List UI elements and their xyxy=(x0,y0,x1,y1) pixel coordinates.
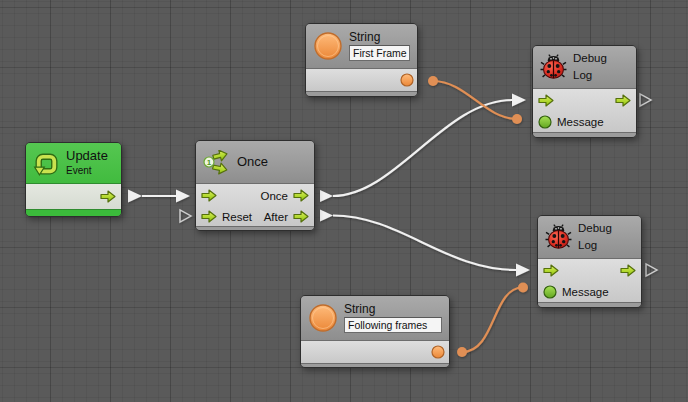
debug-log-bottom-body: Message xyxy=(538,259,641,302)
unconnected-port-debug-top-out[interactable] xyxy=(640,94,651,106)
reset-input-port-icon[interactable] xyxy=(201,210,217,223)
wire-arrowhead-once-in[interactable] xyxy=(176,190,190,203)
debug-bottom-message-label: Message xyxy=(562,286,609,298)
node-string-first[interactable]: String First Frame xyxy=(305,23,418,97)
string-first-footer xyxy=(306,91,417,96)
string-following-output-port-icon[interactable] xyxy=(431,345,445,359)
flow-out-marker-update[interactable] xyxy=(128,190,142,203)
debug-log-top-title-line2: Log xyxy=(573,68,629,84)
update-event-title: Update xyxy=(66,149,114,163)
string-first-output-port-icon[interactable] xyxy=(400,73,414,87)
update-event-footer xyxy=(26,209,121,216)
debug-top-message-label: Message xyxy=(557,116,604,128)
once-header[interactable]: 1 Once xyxy=(196,141,314,184)
debug-top-flow-input-icon[interactable] xyxy=(538,94,554,107)
reset-label: Reset xyxy=(222,211,252,223)
flow-output-port-icon[interactable] xyxy=(100,190,116,203)
value-out-marker-string-first[interactable] xyxy=(428,76,438,86)
once-footer xyxy=(196,226,314,230)
wire-arrowhead-debug-bottom-in[interactable] xyxy=(516,264,530,277)
once-title: Once xyxy=(237,155,268,169)
flow-out-marker-after[interactable] xyxy=(320,210,333,222)
update-event-body xyxy=(26,184,121,209)
once-out-label: Once xyxy=(261,190,289,202)
orange-sphere-icon xyxy=(313,31,343,61)
debug-bottom-flow-output-icon[interactable] xyxy=(620,264,636,277)
wire-after-to-debug-bottom[interactable] xyxy=(333,216,516,271)
ladybug-icon xyxy=(540,54,567,80)
debug-bottom-flow-input-icon[interactable] xyxy=(543,264,559,277)
debug-log-bottom-title-line1: Debug xyxy=(578,221,634,237)
node-once[interactable]: 1 Once Once Reset After xyxy=(195,140,315,231)
node-debug-log-bottom[interactable]: Debug Log Message xyxy=(537,215,642,308)
string-first-value-field[interactable]: First Frame xyxy=(349,45,410,61)
debug-log-top-header[interactable]: Debug Log xyxy=(533,46,636,89)
once-output-port-icon[interactable] xyxy=(293,189,309,202)
string-following-value-field[interactable]: Following frames xyxy=(344,317,442,333)
after-label: After xyxy=(264,211,288,223)
value-in-marker-message-bottom[interactable] xyxy=(518,283,528,293)
value-in-marker-message-top[interactable] xyxy=(512,114,522,124)
once-body: Once Reset After xyxy=(196,184,314,226)
string-following-body xyxy=(301,341,449,363)
unconnected-port-debug-bottom-out[interactable] xyxy=(646,264,657,276)
value-out-marker-string-following[interactable] xyxy=(457,347,467,357)
node-string-following[interactable]: String Following frames xyxy=(300,295,450,368)
string-following-header[interactable]: String Following frames xyxy=(301,296,449,341)
debug-log-bottom-header[interactable]: Debug Log xyxy=(538,216,641,259)
visual-scripting-canvas[interactable]: Update Event 1 Once xyxy=(0,0,688,402)
node-update-event[interactable]: Update Event xyxy=(25,142,122,217)
debug-log-top-footer xyxy=(533,132,636,137)
after-output-port-icon[interactable] xyxy=(293,210,309,223)
flow-out-marker-once[interactable] xyxy=(320,190,333,202)
update-event-header[interactable]: Update Event xyxy=(26,143,121,184)
unconnected-port-reset[interactable] xyxy=(180,210,191,222)
string-following-footer xyxy=(301,363,449,367)
node-debug-log-top[interactable]: Debug Log Message xyxy=(532,45,637,138)
debug-top-flow-output-icon[interactable] xyxy=(615,94,631,107)
once-badge: 1 xyxy=(207,157,212,166)
string-first-body xyxy=(306,69,417,91)
debug-log-top-title-line1: Debug xyxy=(573,51,629,67)
wire-arrowhead-debug-top-in[interactable] xyxy=(512,94,526,107)
update-event-subtitle: Event xyxy=(66,165,114,177)
debug-log-bottom-title-line2: Log xyxy=(578,238,634,254)
wire-string-following-to-message[interactable] xyxy=(462,287,523,352)
string-first-title: String xyxy=(349,31,410,44)
once-loop-icon: 1 xyxy=(203,150,231,175)
string-following-title: String xyxy=(344,303,442,316)
ladybug-icon xyxy=(545,224,572,250)
debug-log-bottom-footer xyxy=(538,302,641,307)
debug-log-top-body: Message xyxy=(533,89,636,132)
wire-once-to-debug-top[interactable] xyxy=(333,100,512,196)
string-first-header[interactable]: String First Frame xyxy=(306,24,417,69)
orange-sphere-icon xyxy=(308,303,338,333)
debug-bottom-message-port-icon[interactable] xyxy=(543,285,557,299)
debug-top-message-port-icon[interactable] xyxy=(538,115,552,129)
once-flow-input-icon[interactable] xyxy=(201,189,217,202)
loop-arrow-icon xyxy=(33,150,60,177)
